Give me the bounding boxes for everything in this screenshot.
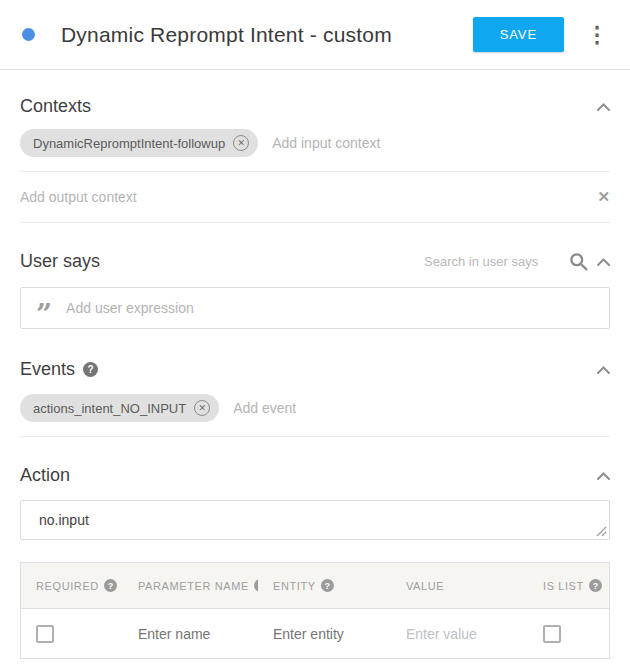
kebab-menu-icon[interactable]: ⋮	[580, 24, 614, 46]
entity-help-icon[interactable]: ?	[321, 579, 334, 592]
is-list-help-icon[interactable]: ?	[589, 579, 602, 592]
events-section: Events ? actions_intent_NO_INPUT ✕	[0, 359, 630, 437]
column-value: VALUE	[406, 580, 444, 592]
parameters-table-header: REQUIRED ? PARAMETER NAME ? ENTITY ? VAL…	[21, 563, 609, 609]
entity-field[interactable]	[273, 626, 391, 642]
add-user-expression-field[interactable]	[66, 300, 594, 316]
output-contexts-row: ✕	[20, 172, 610, 223]
user-says-section: User says ”	[0, 251, 630, 329]
add-event-field[interactable]	[233, 400, 610, 416]
action-input-box	[20, 500, 610, 540]
user-says-collapse-chevron-up-icon[interactable]	[597, 258, 610, 266]
contexts-heading: Contexts	[20, 96, 91, 117]
action-name-field[interactable]	[39, 512, 591, 528]
clear-output-context-icon[interactable]: ✕	[597, 188, 610, 206]
events-row: actions_intent_NO_INPUT ✕	[20, 394, 610, 437]
is-list-checkbox[interactable]	[543, 625, 561, 643]
event-chip-label: actions_intent_NO_INPUT	[33, 401, 186, 416]
events-help-icon[interactable]: ?	[83, 362, 98, 377]
contexts-section: Contexts DynamicRepromptIntent-followup …	[0, 96, 630, 223]
column-parameter-name: PARAMETER NAME	[138, 580, 249, 592]
column-required: REQUIRED	[36, 580, 99, 592]
remove-event-icon[interactable]: ✕	[194, 400, 210, 416]
value-field[interactable]	[406, 626, 519, 642]
parameters-table: REQUIRED ? PARAMETER NAME ? ENTITY ? VAL…	[20, 562, 610, 659]
search-user-says-input[interactable]	[424, 254, 562, 269]
remove-input-context-icon[interactable]: ✕	[233, 135, 249, 151]
input-contexts-row: DynamicRepromptIntent-followup ✕	[20, 129, 610, 172]
intent-status-dot-icon	[22, 28, 35, 41]
events-heading: Events	[20, 359, 75, 380]
save-button[interactable]: SAVE	[473, 17, 564, 52]
search-icon[interactable]	[568, 251, 589, 272]
column-entity: ENTITY	[273, 580, 316, 592]
user-expression-box: ”	[20, 287, 610, 329]
intent-header: Dynamic Reprompt Intent - custom SAVE ⋮	[0, 0, 630, 70]
events-collapse-chevron-up-icon[interactable]	[597, 366, 610, 374]
user-says-heading: User says	[20, 251, 100, 272]
action-section: Action	[0, 465, 630, 540]
input-context-chip[interactable]: DynamicRepromptIntent-followup ✕	[20, 129, 258, 157]
add-input-context-field[interactable]	[272, 135, 610, 151]
input-context-chip-label: DynamicRepromptIntent-followup	[33, 136, 225, 151]
action-collapse-chevron-up-icon[interactable]	[597, 472, 610, 480]
required-checkbox[interactable]	[36, 625, 54, 643]
resize-handle-icon[interactable]	[596, 526, 607, 537]
event-chip[interactable]: actions_intent_NO_INPUT ✕	[20, 394, 219, 422]
column-is-list: IS LIST	[543, 580, 584, 592]
contexts-collapse-chevron-up-icon[interactable]	[597, 103, 610, 111]
parameter-name-field[interactable]	[138, 626, 258, 642]
required-help-icon[interactable]: ?	[104, 579, 117, 592]
action-heading: Action	[20, 465, 70, 486]
page-title: Dynamic Reprompt Intent - custom	[61, 23, 392, 47]
parameter-row	[21, 609, 609, 658]
add-output-context-field[interactable]	[20, 189, 585, 205]
